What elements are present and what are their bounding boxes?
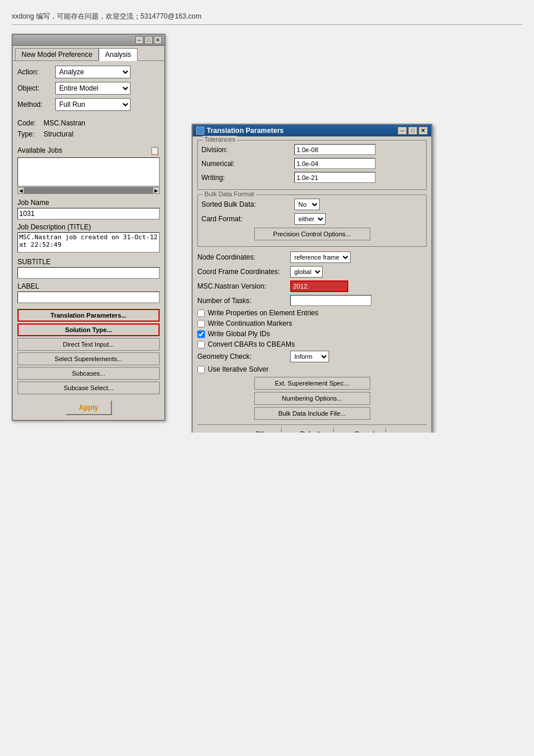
sorted-bulk-label: Sorted Bulk Data: [201,200,294,208]
maximize-icon[interactable]: □ [145,36,153,44]
solution-type-button[interactable]: Solution Type... [17,323,160,336]
division-row: Division: [201,144,423,155]
ok-button[interactable]: OK [238,427,282,433]
coord-frame-select[interactable]: global local [290,266,323,278]
copy-icon[interactable]: 📋 [150,146,160,155]
write-global-ply-row: Write Global Ply IDs [197,330,427,338]
object-row: Object: Entire Model [17,82,160,95]
coord-frame-row: Coord Frame Coordinates: global local [197,266,427,278]
write-global-ply-label: Write Global Ply IDs [208,330,270,338]
ext-superelement-button[interactable]: Ext. Superelement Spec... [254,377,370,390]
numbering-options-button[interactable]: Numbering Options... [254,392,370,405]
write-continuation-checkbox[interactable] [197,320,205,327]
msc-version-label: MSC.Nastran Version: [197,282,290,290]
card-format-row: Card Format: either small large [201,213,423,225]
bottom-buttons: OK Defaults Cancel [197,424,427,433]
action-label: Action: [17,68,55,76]
sorted-bulk-select[interactable]: No Yes [294,199,320,210]
defaults-button[interactable]: Defaults [290,427,334,433]
job-name-input[interactable] [17,208,160,219]
apply-button[interactable]: Apply [66,400,112,415]
num-tasks-row: Number of Tasks: [197,295,427,306]
use-iterative-label: Use Iterative Solver [208,365,269,373]
card-format-select[interactable]: either small large [294,213,326,225]
division-input[interactable] [294,144,376,155]
method-row: Method: Full Run [17,98,160,111]
write-props-checkbox[interactable] [197,309,205,317]
available-jobs-header: Available Jobs 📋 [17,146,160,155]
method-select[interactable]: Full Run [55,98,131,111]
action-buttons: Translation Parameters... Solution Type.… [17,309,160,394]
object-label: Object: [17,84,55,92]
code-value: MSC.Nastran [44,119,85,127]
minimize-icon[interactable]: ─ [135,36,143,44]
convert-cbars-checkbox[interactable] [197,341,205,348]
code-row: Code: MSC.Nastran [17,119,160,127]
geometry-check-select[interactable]: Inform Warning Error [290,351,329,362]
trans-minimize-btn[interactable]: ─ [398,127,407,135]
action-select[interactable]: Analyze [55,66,131,78]
trans-maximize-btn[interactable]: □ [408,127,417,135]
code-label: Code: [17,119,44,127]
writing-row: Writing: [201,172,423,183]
analysis-dialog-body: Action: Analyze Object: Entire Model M [13,61,164,420]
job-desc-input[interactable]: MSC.Nastran job created on 31-Oct-12 at … [17,232,160,253]
available-jobs-label: Available Jobs [17,146,62,154]
extra-buttons-section: Ext. Superelement Spec... Numbering Opti… [197,377,427,420]
job-desc-section: Job Description (TITLE) MSC.Nastran job … [17,223,160,254]
bulk-data-include-button[interactable]: Bulk Data Include File... [254,407,370,420]
select-superelements-button[interactable]: Select Superelements... [17,352,160,365]
numerical-input[interactable] [294,158,376,169]
write-global-ply-checkbox[interactable] [197,330,205,338]
tab-analysis[interactable]: Analysis [99,48,138,61]
apply-btn-wrap: Apply [17,400,160,415]
geometry-check-label: Geometry Check: [197,352,290,361]
node-coord-select[interactable]: reference frame global local [290,251,351,263]
object-select[interactable]: Entire Model [55,82,131,95]
write-continuation-row: Write Continuation Markers [197,319,427,327]
tab-new-model-preference[interactable]: New Model Preference [15,48,99,60]
job-name-section: Job Name [17,199,160,219]
bulk-data-title: Bulk Data Format [203,190,256,197]
dialog-tabs: New Model Preference Analysis [13,46,164,61]
use-iterative-checkbox[interactable] [197,366,205,373]
scroll-track[interactable] [24,187,153,194]
sorted-bulk-row: Sorted Bulk Data: No Yes [201,199,423,210]
cancel-button[interactable]: Cancel [342,427,386,433]
subtitle-input[interactable] [17,267,160,279]
trans-close-btn[interactable]: ✕ [418,127,428,135]
num-tasks-input[interactable] [290,295,371,306]
direct-text-input-button[interactable]: Direct Text Input... [17,338,160,351]
scroll-left-arrow[interactable]: ◀ [17,187,24,194]
jobs-listbox[interactable] [17,157,160,186]
convert-cbars-row: Convert CBARs to CBEAMs [197,340,427,348]
type-label: Type: [17,130,44,138]
analysis-dialog: ─ □ ✕ New Model Preference Analysis Acti… [12,34,165,421]
object-control: Entire Model [55,82,160,95]
page-header: xxdong 编写，可能存在问题，欢迎交流；5314770@163.com [12,12,522,25]
num-tasks-label: Number of Tasks: [197,297,290,305]
msc-version-input[interactable] [290,280,348,292]
label-input[interactable] [17,291,160,303]
translation-parameters-button[interactable]: Translation Parameters... [17,309,160,322]
tolerances-title: Tolerances [203,136,237,143]
type-row: Type: Structural [17,130,160,138]
numerical-row: Numerical: [201,158,423,169]
trans-titlebar-left: Translation Parameters [196,127,284,135]
writing-input[interactable] [294,172,376,183]
scroll-right-arrow[interactable]: ▶ [153,187,160,194]
available-jobs-section: Available Jobs 📋 ◀ ▶ [17,146,160,194]
analysis-titlebar: ─ □ ✕ [13,35,164,46]
msc-version-row: MSC.Nastran Version: [197,280,427,292]
close-icon[interactable]: ✕ [154,36,162,44]
division-label: Division: [201,146,294,154]
label-label: LABEL [17,282,160,290]
subcase-select-button[interactable]: Subcase Select... [17,381,160,394]
main-area: ─ □ ✕ New Model Preference Analysis Acti… [12,34,522,421]
action-control: Analyze [55,66,160,78]
precision-control-button[interactable]: Precision Control Options... [254,228,370,240]
trans-body: Tolerances Division: Numerical: Writing:… [193,136,431,433]
node-coord-label: Node Coordinates: [197,253,290,261]
write-props-label: Write Properties on Element Entries [208,309,319,317]
subcases-button[interactable]: Subcases... [17,367,160,380]
